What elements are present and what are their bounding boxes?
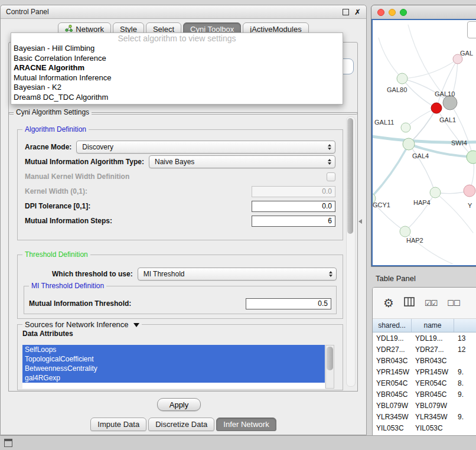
network-edge[interactable]	[402, 79, 436, 108]
network-node[interactable]	[401, 123, 410, 132]
which-threshold-value: MI Threshold	[144, 270, 329, 278]
float-window-icon[interactable]	[343, 9, 349, 15]
zoom-traffic-light[interactable]	[400, 9, 407, 16]
algorithm-option-bayesian-hill-climbing[interactable]: Bayesian - Hill Climbing	[11, 44, 343, 54]
table-row[interactable]: YDR27...YDR27...12	[373, 344, 476, 355]
manual-kernel-width-label: Manual Kernel Width Definition	[25, 172, 129, 181]
table-cell: 9.	[454, 390, 476, 399]
table-row[interactable]: YBL079WYBL079W	[373, 400, 476, 411]
table-row[interactable]: YBR045CYBR045C9.	[373, 389, 476, 400]
network-node[interactable]	[397, 73, 407, 84]
table-row[interactable]: YIL053CYIL053C	[373, 422, 476, 433]
close-traffic-light[interactable]	[377, 9, 384, 16]
table-panel-title: Table Panel	[376, 274, 416, 283]
algorithm-option-basic-correlation-inference[interactable]: Basic Correlation Inference	[11, 54, 343, 64]
mi-threshold-definition-group: MI Threshold Definition Mutual Informati…	[24, 286, 337, 314]
algorithm-option-bayesian-k2[interactable]: Bayesian - K2	[11, 83, 343, 93]
network-edge[interactable]	[379, 38, 402, 79]
node-label: GCY1	[373, 201, 390, 208]
table-body: YDL19...YDL19...13YDR27...YDR27...12YBR0…	[373, 332, 476, 433]
mi-algorithm-type-select[interactable]: Naive Bayes	[149, 155, 335, 168]
collapse-arrow-icon	[133, 323, 139, 327]
desktop: Control Panel ✗ NetworkStyleSelectCyni T…	[0, 0, 476, 450]
network-edge[interactable]	[373, 144, 409, 198]
algorithm-definition-title: Algorithm Definition	[22, 125, 89, 133]
network-node[interactable]	[431, 103, 442, 113]
select-all-icon[interactable]: ☑☑	[425, 299, 437, 308]
network-node[interactable]	[443, 96, 457, 110]
column-header-extra[interactable]	[454, 319, 476, 332]
mi-threshold-label: Mutual Information Threshold:	[29, 299, 131, 308]
network-node[interactable]	[430, 187, 441, 198]
settings-group-title: Cyni Algorithm Settings	[14, 108, 92, 116]
table-row[interactable]: YBR043CYBR043C	[373, 355, 476, 366]
tab-infer-network[interactable]: Infer Network	[216, 418, 276, 431]
dpi-tolerance-input[interactable]	[252, 201, 335, 212]
column-chooser-icon[interactable]	[404, 297, 415, 309]
table-cell: YER054C	[373, 379, 412, 387]
minimized-panel-icon[interactable]	[4, 439, 12, 447]
table-cell: YER054C	[412, 379, 454, 387]
list-scrollbar[interactable]	[325, 345, 334, 389]
mi-threshold-definition-title: MI Threshold Definition	[29, 282, 106, 290]
close-icon[interactable]: ✗	[354, 9, 361, 15]
table-row[interactable]: YDL19...YDL19...13	[373, 332, 476, 344]
table-cell: YBR043C	[412, 357, 454, 365]
network-node[interactable]	[467, 151, 476, 164]
network-window-titlebar[interactable]	[371, 5, 476, 19]
network-canvas[interactable]: GALGAL80GAL10GAL11GAL1SWI4GAL4GCY1HAP4HA…	[371, 19, 476, 266]
sources-title-toggle[interactable]: Sources for Network Inference	[22, 320, 142, 329]
bottom-dock-strip	[0, 435, 476, 450]
gear-icon[interactable]: ⚙	[383, 296, 394, 310]
table-panel-window: ⚙ ☑☑ ☐☐ shared...name YDL19...YDL19...13…	[372, 287, 476, 436]
algorithm-option-dream8-dc-tdc-algorithm[interactable]: Dream8 DC_TDC Algorithm	[11, 93, 343, 103]
combo-arrows-icon	[328, 144, 332, 150]
sources-title: Sources for Network Inference	[25, 320, 129, 329]
network-node[interactable]	[400, 226, 410, 237]
mi-steps-input[interactable]	[252, 216, 335, 227]
settings-scrollbar[interactable]	[346, 116, 356, 387]
table-cell: YBL079W	[373, 402, 412, 410]
algorithm-option-mutual-information-inference[interactable]: Mutual Information Inference	[11, 73, 343, 83]
node-label: GAL	[460, 50, 473, 57]
table-cell: YPR145W	[373, 368, 412, 376]
apply-button[interactable]: Apply	[157, 398, 201, 411]
aracne-mode-select[interactable]: Discovery	[76, 141, 335, 154]
tab-impute-data[interactable]: Impute Data	[90, 418, 146, 431]
window-buttons: ✗	[343, 9, 361, 15]
network-edge[interactable]	[405, 193, 435, 231]
table-row[interactable]: YLR345WYLR345W9.	[373, 411, 476, 422]
network-view-window: GALGAL80GAL10GAL11GAL1SWI4GAL4GCY1HAP4HA…	[371, 5, 476, 267]
network-edge[interactable]	[436, 108, 473, 157]
network-node[interactable]	[464, 185, 475, 197]
combo-arrows-icon	[329, 271, 334, 277]
deselect-all-icon[interactable]: ☐☐	[447, 299, 459, 308]
splitter-collapse-handle[interactable]	[358, 216, 362, 226]
data-attributes-list[interactable]: SelfLoopsTopologicalCoefficientBetweenne…	[22, 345, 325, 389]
which-threshold-select[interactable]: MI Threshold	[138, 268, 337, 281]
network-edge[interactable]	[450, 103, 473, 157]
attribute-item-gal4rgexp[interactable]: gal4RGexp	[22, 373, 325, 383]
node-label: Y	[468, 202, 472, 209]
attribute-item-betweennesscentrality[interactable]: BetweennessCentrality	[22, 364, 325, 373]
algorithm-dropdown-popup: Select algorithm to view settings Bayesi…	[11, 32, 343, 105]
mi-algorithm-type-value: Naive Bayes	[155, 158, 328, 166]
settings-scrollbar-thumb[interactable]	[347, 118, 353, 234]
minimize-traffic-light[interactable]	[389, 9, 396, 16]
network-node[interactable]	[403, 138, 415, 150]
table-row[interactable]: YPR145WYPR145W9.	[373, 366, 476, 377]
list-scrollbar-thumb[interactable]	[327, 347, 333, 370]
algorithm-option-aracne-algorithm[interactable]: ARACNE Algorithm	[11, 63, 343, 73]
tab-discretize-data[interactable]: Discretize Data	[148, 418, 214, 431]
column-header-shared[interactable]: shared...	[373, 319, 412, 332]
table-cell: YDR27...	[412, 345, 454, 354]
network-edge[interactable]	[409, 108, 436, 144]
column-header-name[interactable]: name	[412, 319, 454, 332]
attribute-item-selfloops[interactable]: SelfLoops	[22, 345, 325, 354]
data-attributes-label: Data Attributes	[22, 330, 73, 338]
table-cell: YBR043C	[373, 357, 412, 365]
mi-threshold-input[interactable]	[246, 298, 331, 309]
table-row[interactable]: YER054CYER054C8.	[373, 377, 476, 389]
network-edge[interactable]	[435, 193, 473, 233]
attribute-item-topologicalcoefficient[interactable]: TopologicalCoefficient	[22, 354, 325, 364]
